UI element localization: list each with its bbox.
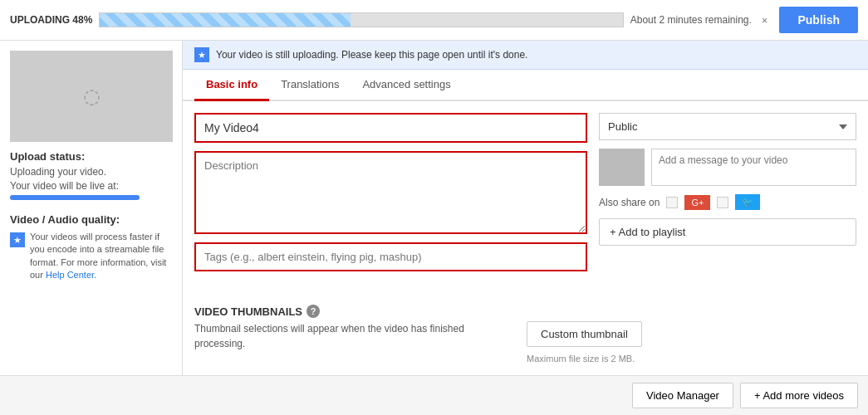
- thumbnails-flex: Thumbnail selections will appear when th…: [194, 321, 856, 364]
- time-remaining: About 2 minutes remaining.: [630, 14, 752, 26]
- form-right: Public Unlisted Private Also share on G+: [599, 113, 856, 293]
- content-area: ◌ Upload status: Uploading your video. Y…: [0, 41, 868, 375]
- star-symbol: ★: [13, 235, 22, 246]
- share-label: Also share on: [599, 197, 660, 208]
- twitter-icon: 🐦: [742, 197, 753, 207]
- question-icon[interactable]: ?: [306, 305, 320, 318]
- gplus-button[interactable]: G+: [684, 195, 710, 210]
- close-icon[interactable]: ×: [758, 14, 772, 27]
- progress-bar-fill: [100, 13, 351, 27]
- quality-star-icon: ★: [10, 232, 25, 247]
- form-left: [194, 113, 587, 293]
- thumbnails-title: VIDEO THUMBNAILS ?: [194, 305, 856, 318]
- add-to-playlist-button[interactable]: + Add to playlist: [599, 218, 856, 246]
- live-at-text: Your video will be live at:: [10, 180, 172, 192]
- max-file-size: Maximum file size is 2 MB.: [527, 354, 635, 364]
- top-bar: UPLOADING 48% About 2 minutes remaining.…: [0, 0, 868, 41]
- banner-text: Your video is still uploading. Please ke…: [216, 49, 527, 61]
- upload-label: UPLOADING 48%: [10, 14, 92, 26]
- bottom-bar: Video Manager + Add more videos: [0, 375, 868, 415]
- message-area: [599, 149, 856, 186]
- tab-advanced-settings[interactable]: Advanced settings: [351, 70, 462, 101]
- main-container: UPLOADING 48% About 2 minutes remaining.…: [0, 0, 868, 415]
- help-center-link[interactable]: Help Center.: [46, 270, 96, 280]
- twitter-checkbox[interactable]: [717, 197, 728, 208]
- gplus-icon: G+: [691, 198, 704, 208]
- upload-progress-area: UPLOADING 48% About 2 minutes remaining.…: [10, 12, 771, 27]
- title-input[interactable]: [194, 113, 587, 143]
- video-preview: ◌: [10, 51, 173, 142]
- video-thumb-small: [599, 149, 645, 186]
- upload-status-section: Upload status: Uploading your video. You…: [10, 150, 172, 200]
- quality-section: Video / Audio quality: ★ Your videos wil…: [10, 213, 172, 282]
- add-more-videos-button[interactable]: + Add more videos: [740, 383, 858, 408]
- tab-translations[interactable]: Translations: [269, 70, 351, 101]
- quality-info: ★ Your videos will process faster if you…: [10, 231, 172, 282]
- banner-star-icon: ★: [194, 47, 209, 62]
- tab-basic-info[interactable]: Basic info: [194, 70, 269, 101]
- upload-status-title: Upload status:: [10, 150, 172, 163]
- thumbnails-desc: Thumbnail selections will appear when th…: [194, 321, 510, 351]
- form-area: Public Unlisted Private Also share on G+: [183, 101, 868, 305]
- publish-button[interactable]: Publish: [779, 7, 858, 33]
- message-textarea[interactable]: [651, 149, 856, 186]
- tabs-row: Basic info Translations Advanced setting…: [183, 70, 868, 101]
- share-row: Also share on G+ 🐦: [599, 194, 856, 210]
- gplus-checkbox[interactable]: [666, 197, 678, 208]
- thumbnails-section: VIDEO THUMBNAILS ? Thumbnail selections …: [183, 305, 868, 375]
- video-manager-button[interactable]: Video Manager: [632, 383, 733, 408]
- live-at-bar: [10, 195, 140, 200]
- custom-thumbnail-button[interactable]: Custom thumbnail: [527, 321, 642, 347]
- visibility-select[interactable]: Public Unlisted Private: [599, 113, 856, 140]
- upload-status-text: Uploading your video.: [10, 166, 172, 178]
- spinner-icon: ◌: [83, 85, 101, 108]
- left-panel: ◌ Upload status: Uploading your video. Y…: [0, 41, 183, 375]
- quality-title: Video / Audio quality:: [10, 213, 172, 226]
- thumbnails-right: Custom thumbnail Maximum file size is 2 …: [527, 321, 642, 364]
- progress-bar-container: [99, 12, 623, 27]
- info-banner: ★ Your video is still uploading. Please …: [183, 41, 868, 70]
- tags-input[interactable]: [194, 242, 587, 271]
- description-textarea[interactable]: [194, 151, 587, 234]
- quality-text: Your videos will process faster if you e…: [30, 231, 172, 282]
- twitter-button[interactable]: 🐦: [735, 194, 760, 210]
- right-panel: ★ Your video is still uploading. Please …: [183, 41, 868, 375]
- thumbnails-title-text: VIDEO THUMBNAILS: [194, 305, 302, 318]
